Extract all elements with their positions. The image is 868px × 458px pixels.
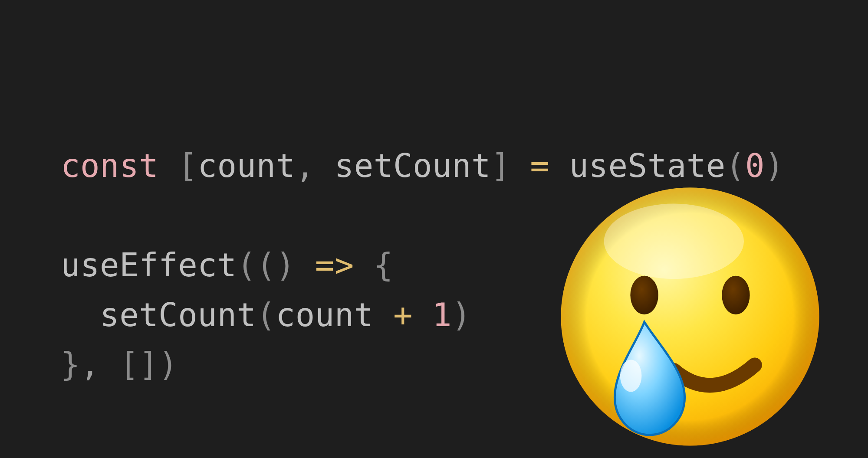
token-space [296, 246, 315, 284]
code-line-3: useEffect(() => { [61, 246, 393, 284]
smiling-face-with-tear-icon [556, 182, 825, 451]
token-plus: + [393, 296, 413, 334]
token-comma: , [80, 346, 119, 383]
code-line-5: }, []) [61, 346, 178, 383]
token-setcount: setCount [100, 296, 256, 334]
token-lparen: ( [256, 246, 276, 284]
token-rparen: ) [765, 147, 784, 184]
svg-point-4 [722, 276, 750, 314]
token-lparen: ( [256, 296, 276, 334]
token-count: count [197, 147, 295, 184]
svg-point-3 [630, 276, 658, 314]
token-space [413, 296, 432, 334]
token-rbracket: ] [491, 147, 510, 184]
token-one: 1 [432, 296, 452, 334]
token-space [510, 147, 530, 184]
token-space [374, 296, 393, 334]
code-line-4: setCount(count + 1) [61, 296, 471, 334]
token-equals: = [530, 147, 549, 184]
token-lbrace: { [374, 246, 393, 284]
token-zero: 0 [745, 147, 765, 184]
token-useeffect: useEffect [61, 246, 237, 284]
token-indent [61, 296, 100, 334]
token-rbrace: } [61, 346, 80, 383]
token-rparen: ) [158, 346, 178, 383]
code-line-1: const [count, setCount] = useState(0) [61, 147, 784, 184]
token-const-keyword: const [61, 147, 178, 184]
svg-point-2 [604, 204, 744, 279]
token-space [549, 147, 569, 184]
token-lparen: ( [726, 147, 745, 184]
token-usestate: useState [569, 147, 725, 184]
token-lbracket: [ [119, 346, 139, 383]
svg-point-5 [620, 360, 642, 392]
token-lbracket: [ [178, 147, 197, 184]
token-rparen: ) [276, 246, 296, 284]
token-setcount: setCount [335, 147, 491, 184]
token-count: count [276, 296, 374, 334]
token-lparen: ( [237, 246, 256, 284]
token-space [354, 246, 374, 284]
token-arrow: => [315, 246, 354, 284]
token-rbracket: ] [139, 346, 158, 383]
token-comma: , [296, 147, 335, 184]
token-rparen: ) [452, 296, 471, 334]
